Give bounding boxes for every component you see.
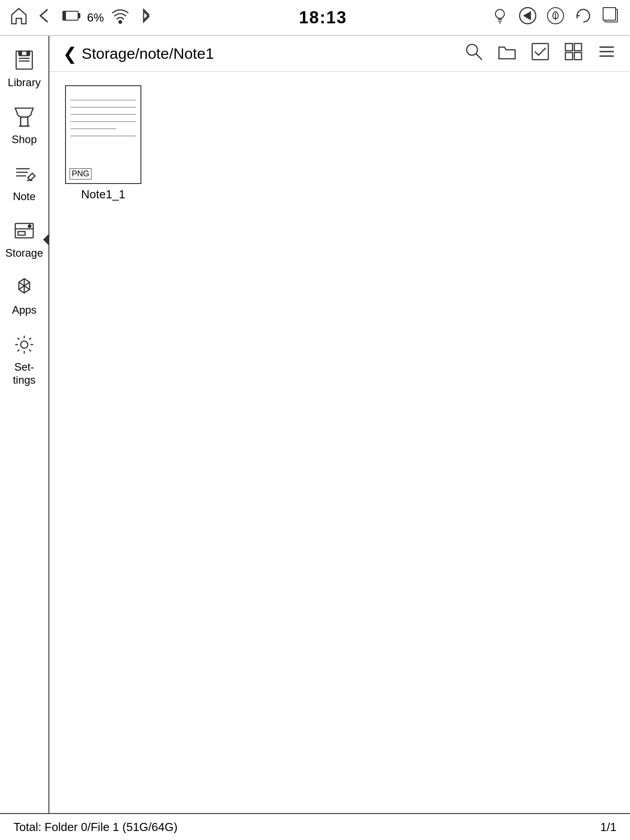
footer-right: 1/1 — [600, 820, 617, 834]
sidebar-item-library[interactable]: Library — [0, 40, 48, 97]
new-folder-button[interactable] — [497, 42, 517, 66]
grid-view-button[interactable] — [564, 42, 583, 66]
svg-rect-16 — [27, 51, 30, 55]
svg-marker-6 — [524, 12, 530, 19]
sidebar-label-settings: Set-tings — [13, 361, 36, 387]
status-left: 6% — [9, 6, 156, 29]
svg-rect-27 — [18, 232, 25, 235]
breadcrumb-actions — [464, 42, 617, 66]
settings-icon — [13, 333, 36, 359]
file-name: Note1_1 — [81, 188, 125, 201]
bluetooth-icon — [136, 6, 156, 29]
svg-rect-32 — [565, 44, 573, 51]
svg-rect-34 — [565, 52, 573, 60]
gesture-icon[interactable] — [546, 6, 565, 29]
file-item-note1-1[interactable]: PNG Note1_1 — [63, 85, 144, 201]
svg-point-4 — [495, 9, 504, 18]
sidebar-label-library: Library — [8, 76, 40, 89]
refresh-icon[interactable] — [573, 6, 593, 29]
svg-point-26 — [28, 225, 31, 228]
layers-icon[interactable] — [601, 6, 621, 29]
svg-rect-33 — [574, 44, 582, 51]
svg-rect-9 — [603, 8, 616, 20]
breadcrumb-left: ❮ Storage/note/Note1 — [63, 44, 214, 64]
svg-rect-35 — [574, 52, 582, 60]
sidebar-item-storage[interactable]: Storage — [0, 211, 48, 268]
sidebar-item-note[interactable]: Note — [0, 154, 48, 211]
file-badge: PNG — [70, 168, 92, 179]
sidebar-item-shop[interactable]: Shop — [0, 97, 48, 154]
storage-icon — [13, 219, 36, 245]
svg-point-3 — [119, 21, 122, 23]
shop-icon — [13, 105, 36, 131]
sidebar-label-shop: Shop — [12, 133, 37, 146]
library-icon — [13, 48, 36, 74]
apps-icon — [13, 276, 36, 302]
svg-rect-31 — [532, 44, 548, 60]
file-grid: PNG Note1_1 — [49, 72, 630, 813]
file-thumbnail: PNG — [65, 85, 141, 184]
home-icon[interactable] — [9, 6, 29, 29]
menu-button[interactable] — [597, 42, 617, 66]
svg-rect-15 — [19, 51, 22, 55]
select-button[interactable] — [530, 42, 550, 66]
bulb-icon[interactable] — [490, 6, 510, 29]
status-right — [490, 6, 621, 29]
sidebar-label-storage: Storage — [5, 247, 43, 260]
wifi-icon — [110, 6, 130, 29]
breadcrumb-bar: ❮ Storage/note/Note1 — [49, 36, 630, 72]
back-button[interactable]: ❮ — [63, 44, 77, 64]
sidebar-item-settings[interactable]: Set-tings — [0, 325, 48, 395]
sidebar: Library Shop — [0, 36, 49, 813]
svg-rect-2 — [64, 12, 66, 19]
battery-percent: 6% — [87, 11, 104, 25]
sidebar-label-apps: Apps — [12, 304, 37, 317]
main-layout: Library Shop — [0, 36, 630, 813]
svg-rect-1 — [78, 13, 80, 18]
status-footer: Total: Folder 0/File 1 (51G/64G) 1/1 — [0, 813, 630, 840]
search-button[interactable] — [464, 42, 484, 66]
breadcrumb-path: Storage/note/Note1 — [82, 45, 214, 62]
prev-icon[interactable] — [518, 6, 538, 29]
note-icon — [13, 162, 36, 188]
svg-line-30 — [476, 54, 482, 60]
status-bar: 6% 18:13 — [0, 0, 630, 36]
svg-point-29 — [467, 44, 477, 55]
footer-left: Total: Folder 0/File 1 (51G/64G) — [13, 820, 178, 834]
time-display: 18:13 — [299, 8, 347, 27]
sidebar-item-apps[interactable]: Apps — [0, 268, 48, 325]
battery-icon — [61, 6, 81, 29]
sidebar-label-note: Note — [13, 190, 36, 203]
back-icon[interactable] — [35, 6, 55, 29]
svg-point-28 — [21, 341, 28, 348]
content-area: ❮ Storage/note/Note1 — [49, 36, 630, 813]
svg-rect-17 — [21, 117, 28, 126]
